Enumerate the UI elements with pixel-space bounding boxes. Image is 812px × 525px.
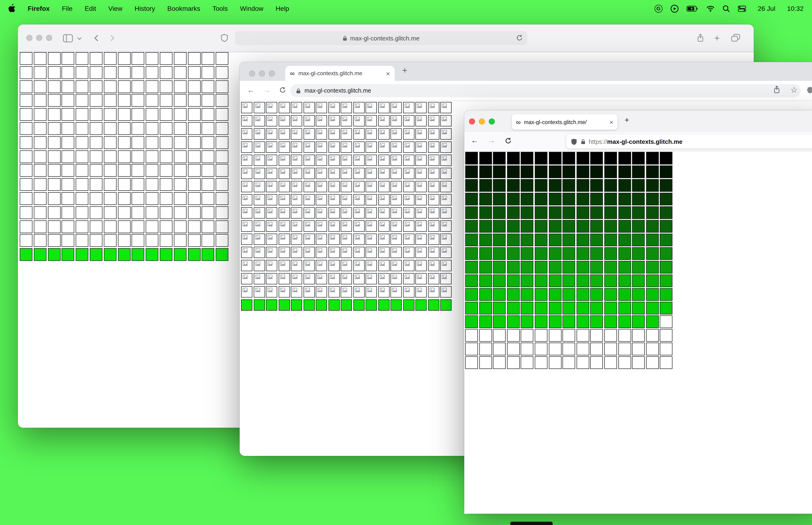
control-center-icon[interactable] xyxy=(737,5,746,12)
broken-image-icon xyxy=(380,130,385,134)
grid-cell-filled xyxy=(493,193,506,205)
grid-cell-empty xyxy=(48,178,60,191)
play-status-icon[interactable] xyxy=(670,4,678,13)
share-icon[interactable] xyxy=(697,33,704,42)
battery-icon[interactable] xyxy=(686,5,698,12)
privacy-shield-icon[interactable] xyxy=(221,34,228,42)
chevron-down-icon[interactable] xyxy=(77,37,82,40)
broken-image-icon xyxy=(354,274,360,279)
grid-cell-filled xyxy=(618,152,631,165)
menu-clock-date[interactable]: 26 Jul xyxy=(758,5,775,12)
safari-url-field[interactable]: max-gl-contexts.glitch.me xyxy=(235,31,527,45)
grid-cell-filled xyxy=(660,152,673,165)
menu-file[interactable]: File xyxy=(62,5,72,12)
close-window-button[interactable] xyxy=(249,71,255,77)
apple-icon[interactable] xyxy=(9,3,16,13)
wifi-icon[interactable] xyxy=(706,5,715,12)
close-tab-icon[interactable]: × xyxy=(610,118,613,126)
menu-edit[interactable]: Edit xyxy=(85,5,96,12)
menu-clock-time[interactable]: 10:32 xyxy=(787,5,803,12)
firefox-url-field[interactable]: https://max-gl-contexts.glitch.me xyxy=(566,134,812,149)
grid-cell-empty xyxy=(618,329,631,342)
broken-image-icon xyxy=(255,288,260,292)
app-menu-firefox[interactable]: Firefox xyxy=(28,5,49,12)
grid-cell-filled xyxy=(493,152,506,165)
grid-cell-empty xyxy=(34,234,47,247)
sidebar-icon[interactable] xyxy=(63,34,73,42)
grid-cell-broken-image xyxy=(341,247,352,258)
close-window-button[interactable] xyxy=(469,118,475,124)
reload-icon[interactable] xyxy=(279,87,286,93)
back-icon[interactable]: ← xyxy=(471,136,478,145)
broken-image-icon xyxy=(330,130,335,134)
new-tab-button[interactable]: + xyxy=(625,116,629,125)
grid-cell-broken-image xyxy=(328,128,339,139)
chrome-traffic-lights xyxy=(249,71,275,77)
chrome-active-tab[interactable]: ∞ max-gl-contexts.glitch.me × xyxy=(285,66,395,81)
grid-cell-broken-image xyxy=(266,221,277,232)
broken-image-icon xyxy=(392,143,397,148)
grid-cell-empty xyxy=(104,234,117,247)
close-tab-icon[interactable]: × xyxy=(386,69,390,77)
forward-icon[interactable] xyxy=(110,34,114,42)
share-icon[interactable] xyxy=(773,86,780,93)
menu-window[interactable]: Window xyxy=(240,5,264,12)
grid-cell-filled xyxy=(646,261,659,273)
menu-view[interactable]: View xyxy=(108,5,122,12)
broken-image-icon xyxy=(330,156,335,161)
google-status-icon[interactable]: G xyxy=(654,4,662,13)
minimize-window-button[interactable] xyxy=(479,118,485,124)
reload-icon[interactable] xyxy=(505,137,512,144)
grid-cell-filled xyxy=(493,288,506,301)
grid-cell-empty xyxy=(76,234,88,247)
grid-cell-broken-image xyxy=(403,115,414,126)
broken-image-icon xyxy=(243,143,248,148)
broken-image-icon xyxy=(417,209,422,213)
back-icon[interactable]: ← xyxy=(247,86,255,94)
grid-cell-empty xyxy=(34,136,47,149)
grid-cell-empty xyxy=(34,178,47,191)
bookmark-star-icon[interactable]: ☆ xyxy=(791,85,798,95)
grid-cell-empty xyxy=(216,150,228,163)
broken-image-icon xyxy=(442,196,447,200)
menu-tools[interactable]: Tools xyxy=(212,5,228,12)
reload-icon[interactable] xyxy=(516,34,523,41)
zoom-window-button[interactable] xyxy=(46,35,52,41)
broken-image-icon xyxy=(429,130,434,134)
menu-history[interactable]: History xyxy=(135,5,155,12)
firefox-active-tab[interactable]: ∞ max-gl-contexts.glitch.me/ × xyxy=(512,114,617,130)
lock-icon[interactable] xyxy=(581,138,585,145)
zoom-window-button[interactable] xyxy=(489,118,495,124)
broken-image-icon xyxy=(404,182,410,187)
forward-icon[interactable]: → xyxy=(263,86,271,94)
extensions-icon[interactable] xyxy=(807,87,812,93)
menu-help[interactable]: Help xyxy=(276,5,289,12)
menu-bookmarks[interactable]: Bookmarks xyxy=(167,5,200,12)
grid-cell-empty xyxy=(577,343,589,355)
chrome-url-field[interactable]: max-gl-contexts.glitch.me xyxy=(290,84,801,97)
broken-image-icon xyxy=(354,182,360,187)
new-tab-icon[interactable]: + xyxy=(714,34,720,42)
back-icon[interactable] xyxy=(94,34,99,42)
broken-image-icon xyxy=(305,274,310,279)
grid-cell-empty xyxy=(62,178,75,191)
minimize-window-button[interactable] xyxy=(259,71,265,77)
grid-cell-broken-image xyxy=(316,207,327,219)
tracking-protection-shield-icon[interactable] xyxy=(571,138,577,145)
forward-icon[interactable]: → xyxy=(488,136,495,145)
grid-cell-broken-image xyxy=(353,247,364,258)
new-tab-button[interactable]: + xyxy=(402,66,407,76)
close-window-button[interactable] xyxy=(26,35,32,41)
grid-cell-broken-image xyxy=(254,128,265,139)
tab-overview-icon[interactable] xyxy=(731,34,740,42)
broken-image-icon xyxy=(330,169,335,174)
grid-cell-broken-image xyxy=(440,273,451,284)
grid-cell-filled xyxy=(632,315,645,328)
broken-image-icon xyxy=(305,182,310,187)
spotlight-search-icon[interactable] xyxy=(722,5,730,12)
grid-cell-empty xyxy=(591,329,603,342)
grid-cell-filled xyxy=(660,274,673,287)
zoom-window-button[interactable] xyxy=(269,71,275,77)
minimize-window-button[interactable] xyxy=(36,35,42,41)
broken-image-icon xyxy=(305,130,310,134)
